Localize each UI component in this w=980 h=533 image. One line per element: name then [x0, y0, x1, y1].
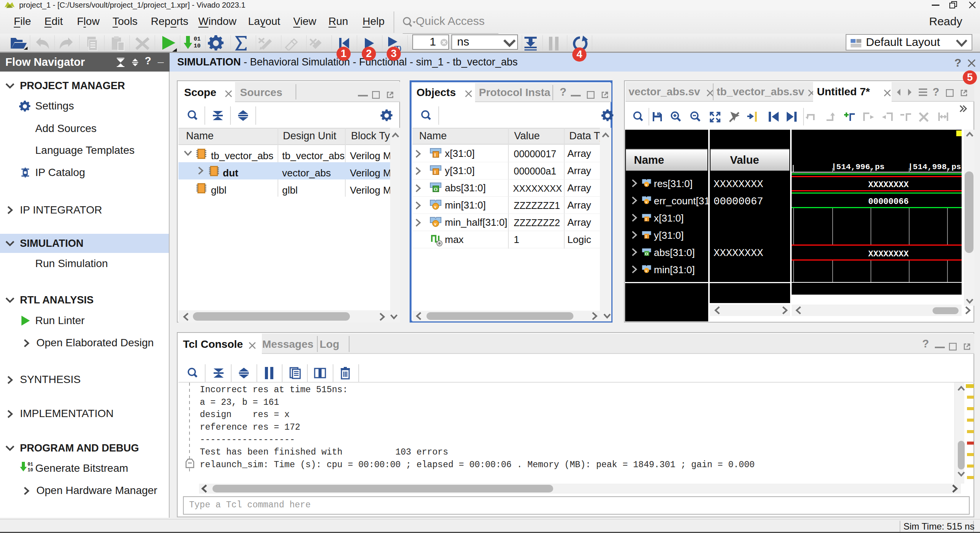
svg-text:01: 01	[28, 462, 33, 467]
svg-text:O: O	[645, 251, 648, 256]
svg-text:O: O	[434, 186, 438, 192]
svg-text:v: v	[434, 222, 437, 226]
svg-text:v: v	[645, 269, 648, 273]
svg-text:I: I	[645, 234, 647, 239]
svg-text:I: I	[434, 169, 436, 175]
svg-text:10: 10	[28, 468, 33, 473]
svg-text:01: 01	[194, 36, 201, 42]
svg-text:I: I	[434, 152, 436, 158]
svg-text:v: v	[645, 183, 648, 187]
svg-text:I: I	[645, 217, 647, 222]
svg-text:v: v	[434, 204, 437, 209]
svg-text:v: v	[645, 200, 648, 204]
svg-text:10: 10	[194, 43, 201, 49]
